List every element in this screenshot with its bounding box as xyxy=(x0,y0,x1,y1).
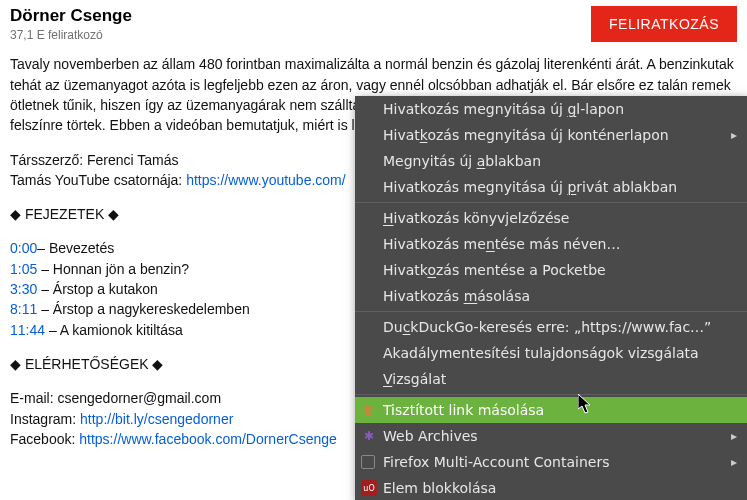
menu-item-icon: ✱ xyxy=(361,428,377,444)
chapter-title: – Árstop a kutakon xyxy=(37,281,158,297)
submenu-arrow-icon: ▸ xyxy=(731,455,737,469)
menu-item[interactable]: Hivatkozás könyvjelzőzése xyxy=(355,205,747,231)
menu-item[interactable]: Hivatkozás megnyitása új gl-lapon xyxy=(355,96,747,122)
menu-item-label: Hivatkozás megnyitása új privát ablakban xyxy=(383,179,677,195)
menu-item-icon xyxy=(361,455,375,469)
menu-item[interactable]: Hivatkozás megnyitása új privát ablakban xyxy=(355,174,747,200)
menu-item-label: Hivatkozás megnyitása új gl-lapon xyxy=(383,101,624,117)
menu-item[interactable]: Megnyitás új ablakban xyxy=(355,148,747,174)
menu-item-label: Hivatkozás másolása xyxy=(383,288,530,304)
menu-item-label: Vizsgálat xyxy=(383,371,446,387)
menu-item-label: Megnyitás új ablakban xyxy=(383,153,541,169)
menu-item[interactable]: Firefox Multi-Account Containers▸ xyxy=(355,449,747,475)
menu-item[interactable]: Hivatkozás másolása xyxy=(355,283,747,309)
menu-item-label: Hivatkozás mentése a Pocketbe xyxy=(383,262,606,278)
menu-item[interactable]: Hivatkozás mentése a Pocketbe xyxy=(355,257,747,283)
tamas-channel-link[interactable]: https://www.youtube.com/ xyxy=(186,172,346,188)
menu-item[interactable]: DuckDuckGo-keresés erre: „https://www.fa… xyxy=(355,314,747,340)
menu-item-label: DuckDuckGo-keresés erre: „https://www.fa… xyxy=(383,319,711,335)
subscriber-count: 37,1 E feliratkozó xyxy=(10,28,132,42)
menu-item-label: Hivatkozás megnyitása új konténerlapon xyxy=(383,127,669,143)
menu-separator xyxy=(355,394,747,395)
menu-item[interactable]: Hivatkozás megnyitása új konténerlapon▸ xyxy=(355,122,747,148)
menu-item-label: Akadálymentesítési tulajdonságok vizsgál… xyxy=(383,345,699,361)
menu-separator xyxy=(355,311,747,312)
menu-item-icon: 🗑 xyxy=(361,402,377,418)
menu-item-label: Hivatkozás mentése más néven… xyxy=(383,236,620,252)
menu-item[interactable]: Akadálymentesítési tulajdonságok vizsgál… xyxy=(355,340,747,366)
submenu-arrow-icon: ▸ xyxy=(731,429,737,443)
email-value: csengedorner@gmail.com xyxy=(57,390,221,406)
email-label: E-mail: xyxy=(10,390,57,406)
submenu-arrow-icon: ▸ xyxy=(731,128,737,142)
timestamp-link[interactable]: 11:44 xyxy=(10,322,45,338)
menu-item[interactable]: ✱Web Archives▸ xyxy=(355,423,747,449)
timestamp-link[interactable]: 8:11 xyxy=(10,301,37,317)
menu-item[interactable]: Hivatkozás mentése más néven… xyxy=(355,231,747,257)
menu-item-label: Hivatkozás könyvjelzőzése xyxy=(383,210,569,226)
chapter-title: – A kamionok kitiltása xyxy=(45,322,183,338)
menu-item-label: Elem blokkolása xyxy=(383,480,496,496)
menu-item[interactable]: 🗑Tisztított link másolása xyxy=(355,397,747,423)
menu-item[interactable]: Vizsgálat xyxy=(355,366,747,392)
menu-item-label: Firefox Multi-Account Containers xyxy=(383,454,609,470)
chapter-title: – Árstop a nagykereskedelemben xyxy=(37,301,249,317)
timestamp-link[interactable]: 3:30 xyxy=(10,281,37,297)
chapter-title: – Bevezetés xyxy=(37,240,114,256)
instagram-label: Instagram: xyxy=(10,411,80,427)
timestamp-link[interactable]: 1:05 xyxy=(10,261,37,277)
chapter-title: – Honnan jön a benzin? xyxy=(37,261,189,277)
facebook-label: Facebook: xyxy=(10,431,79,447)
menu-item-label: Tisztított link másolása xyxy=(383,402,544,418)
facebook-link[interactable]: https://www.facebook.com/DornerCsenge xyxy=(79,431,337,447)
menu-item[interactable]: uOElem blokkolása xyxy=(355,475,747,500)
channel-name: Dörner Csenge xyxy=(10,6,132,26)
menu-item-icon: uO xyxy=(361,480,377,496)
menu-separator xyxy=(355,202,747,203)
menu-item-label: Web Archives xyxy=(383,428,478,444)
instagram-link[interactable]: http://bit.ly/csengedorner xyxy=(80,411,233,427)
timestamp-link[interactable]: 0:00 xyxy=(10,240,37,256)
subscribe-button[interactable]: FELIRATKOZÁS xyxy=(591,6,737,42)
context-menu[interactable]: Hivatkozás megnyitása új gl-laponHivatko… xyxy=(355,96,747,500)
